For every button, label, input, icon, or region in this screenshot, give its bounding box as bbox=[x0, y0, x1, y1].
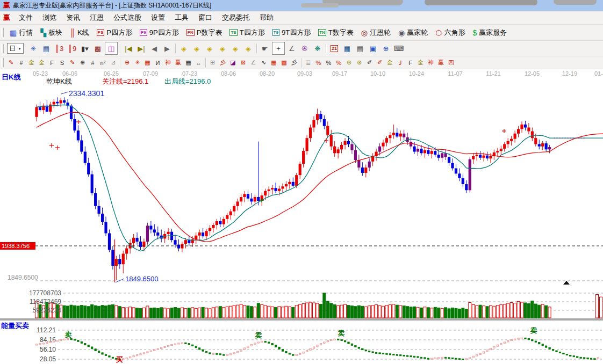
toolbar-item-winner-service[interactable]: $赢家服务 bbox=[469, 27, 511, 39]
ying-angle-button[interactable]: 赢 bbox=[436, 58, 446, 68]
toolbar-item-t-square[interactable]: TST四方形 bbox=[226, 27, 268, 39]
calculator-button[interactable]: ▦ bbox=[341, 42, 353, 54]
toolbar-grip[interactable] bbox=[1, 44, 4, 53]
gann-web-button[interactable]: ▦ bbox=[142, 58, 153, 68]
gann-pen-button[interactable]: ✎ bbox=[6, 58, 16, 68]
angle-tool-button[interactable]: ∠ bbox=[248, 58, 259, 68]
percent-retrace-red-button[interactable]: % bbox=[313, 58, 324, 68]
menu-gann[interactable]: 江恩 bbox=[85, 12, 109, 24]
toolbar-item-nine-t-square[interactable]: T99T四方形 bbox=[269, 27, 315, 39]
spiral-tool-button[interactable]: S bbox=[57, 58, 67, 68]
percent-line-button[interactable]: % bbox=[334, 58, 344, 68]
scale-tool-button[interactable]: ≣ bbox=[303, 58, 313, 68]
crosshair-button[interactable]: ＋ bbox=[272, 42, 285, 55]
price-grid-button[interactable]: ▦ bbox=[269, 58, 279, 68]
candle-style-button[interactable]: ▮▾ bbox=[79, 42, 91, 54]
toolbar-item-p-square[interactable]: PSP四方形 bbox=[93, 27, 136, 39]
diamond-nav-6-button[interactable]: ◈ bbox=[242, 42, 254, 54]
menu-tools[interactable]: 工具 bbox=[170, 12, 193, 24]
price-pen-button[interactable]: ✎ bbox=[67, 58, 77, 68]
web-share-button[interactable]: ⊕ bbox=[380, 42, 392, 54]
time-grid-button[interactable]: ▩ bbox=[279, 58, 289, 68]
calendar-button[interactable]: 21 bbox=[328, 42, 340, 54]
width-measure-button[interactable]: ↔ bbox=[193, 58, 204, 68]
remote-pc-button[interactable]: ⌨ bbox=[393, 42, 405, 54]
toolbar-item-nine-p-square[interactable]: P99P四方形 bbox=[136, 27, 183, 39]
diamond-nav-1-button[interactable]: ◈ bbox=[178, 42, 190, 54]
maze-chart-button[interactable]: ▩ bbox=[92, 42, 104, 54]
menu-formula-picker[interactable]: 公式选股 bbox=[109, 12, 146, 24]
tool-purple-button[interactable]: ✇ bbox=[299, 42, 311, 54]
fib-lines-button[interactable]: F bbox=[47, 58, 57, 68]
toolbar-item-sectors[interactable]: ▚板块 bbox=[37, 27, 66, 39]
page-prev-button[interactable]: ◀ bbox=[148, 42, 160, 54]
wave-tool-button[interactable]: И bbox=[153, 58, 163, 68]
gold-circle-2-button[interactable]: ⊛ bbox=[354, 58, 364, 68]
diamond-nav-3-button[interactable]: ◈ bbox=[204, 42, 216, 54]
fan-box-button[interactable]: ◪ bbox=[228, 58, 238, 68]
gann-box-button[interactable]: ⊞ bbox=[207, 58, 218, 68]
time-division-lines-button[interactable]: # bbox=[16, 58, 26, 68]
go-last-button[interactable]: ▶| bbox=[135, 42, 147, 54]
time-lines-button[interactable]: # bbox=[88, 58, 98, 68]
toolbar-item-hexagon[interactable]: ⬡六角形 bbox=[432, 27, 469, 39]
diamond-nav-2-button[interactable]: ◈ bbox=[191, 42, 203, 54]
wave-w-button[interactable]: ∿ bbox=[259, 58, 269, 68]
go-first-button[interactable]: |◀ bbox=[123, 42, 134, 54]
cycle-circle-button[interactable]: ⊕ bbox=[77, 58, 88, 68]
cycle-9-bars-button[interactable]: ║9 bbox=[66, 42, 78, 54]
box-diagonal-button[interactable]: ⊠ bbox=[238, 58, 248, 68]
notepad-button[interactable]: ▤ bbox=[354, 42, 366, 54]
menu-trade-order[interactable]: 交易委托 bbox=[217, 12, 255, 24]
gann-circle-cross-button[interactable]: ⊕ bbox=[122, 58, 132, 68]
pan-hand-button[interactable]: ☛ bbox=[259, 42, 271, 54]
shen-lines-button[interactable]: 神 bbox=[163, 58, 173, 68]
ying-lines-button[interactable]: 赢 bbox=[173, 58, 183, 68]
pen-red-button[interactable]: ✐ bbox=[375, 58, 385, 68]
toolbar-item-t-number-table[interactable]: TNT数字表 bbox=[314, 27, 357, 39]
gold-ratio-lines-1-button[interactable]: 金 bbox=[26, 58, 37, 68]
angle-ruler-button[interactable]: ⊿ bbox=[108, 58, 118, 68]
f-angle-button[interactable]: F bbox=[405, 58, 415, 68]
si-angle-button[interactable]: 四 bbox=[446, 58, 456, 68]
percent-retrace-button[interactable]: % bbox=[324, 58, 334, 68]
chart-area[interactable]: 05-2306-0606-2507-0907-2308-0608-2009-03… bbox=[0, 69, 603, 364]
toolbar-item-kline[interactable]: ║K线 bbox=[66, 27, 93, 39]
info-panel-button[interactable]: ▤ bbox=[40, 42, 52, 54]
slash-lines-button[interactable]: 彡 bbox=[289, 58, 299, 68]
n-square-button[interactable]: n² bbox=[98, 58, 108, 68]
kline-chart[interactable]: 05-2306-0606-2507-0907-2308-0608-2009-03… bbox=[0, 69, 603, 364]
formula-star-button[interactable]: ✳ bbox=[27, 42, 39, 54]
gold-red-lines-button[interactable]: 金 bbox=[385, 58, 395, 68]
shen-angle-button[interactable]: 神 bbox=[426, 58, 436, 68]
tool-teal-button[interactable]: ❋ bbox=[312, 42, 324, 54]
menu-settings[interactable]: 设置 bbox=[146, 12, 170, 24]
cycle-3-bars-button[interactable]: ║3 bbox=[53, 42, 65, 54]
pen-black-button[interactable]: ✐ bbox=[364, 58, 375, 68]
gann-star-button[interactable]: ✳ bbox=[132, 58, 142, 68]
fan-lines-button[interactable]: 彡 bbox=[218, 58, 228, 68]
toolbar-item-winner-wheel[interactable]: ◉赢家轮 bbox=[394, 27, 432, 39]
toolbar-item-gann-wheel[interactable]: ◎江恩轮 bbox=[357, 27, 394, 39]
toolbar-grip[interactable] bbox=[1, 28, 4, 37]
angle-measure-button[interactable]: ∠ bbox=[286, 42, 298, 54]
diamond-nav-5-button[interactable]: ◈ bbox=[229, 42, 241, 54]
menu-news[interactable]: 资讯 bbox=[61, 12, 85, 24]
page-next-button[interactable]: ▶ bbox=[161, 42, 173, 54]
menu-window[interactable]: 窗口 bbox=[193, 12, 217, 24]
gold-angle-button[interactable]: 金 bbox=[415, 58, 426, 68]
toolbar-grip[interactable] bbox=[1, 58, 4, 67]
j-angle-button[interactable]: J bbox=[395, 58, 405, 68]
gold-ratio-lines-2-button[interactable]: 金 bbox=[37, 58, 47, 68]
period-selector[interactable]: 日 ▼ bbox=[7, 43, 24, 54]
diamond-nav-4-button[interactable]: ◈ bbox=[217, 42, 228, 54]
grid-123-button[interactable]: ▦ bbox=[183, 58, 193, 68]
menu-file[interactable]: 文件 bbox=[14, 12, 38, 24]
menu-browse[interactable]: 浏览 bbox=[38, 12, 61, 24]
save-button[interactable]: ▣ bbox=[367, 42, 379, 54]
toolbar-item-quotes[interactable]: ▦行情 bbox=[6, 27, 37, 39]
toolbar-item-p-number-table[interactable]: PNP数字表 bbox=[183, 27, 226, 39]
menu-help[interactable]: 帮助 bbox=[255, 12, 278, 24]
child-window-icon[interactable]: 赢 bbox=[3, 13, 10, 23]
gold-circle-1-button[interactable]: ⊛ bbox=[344, 58, 354, 68]
